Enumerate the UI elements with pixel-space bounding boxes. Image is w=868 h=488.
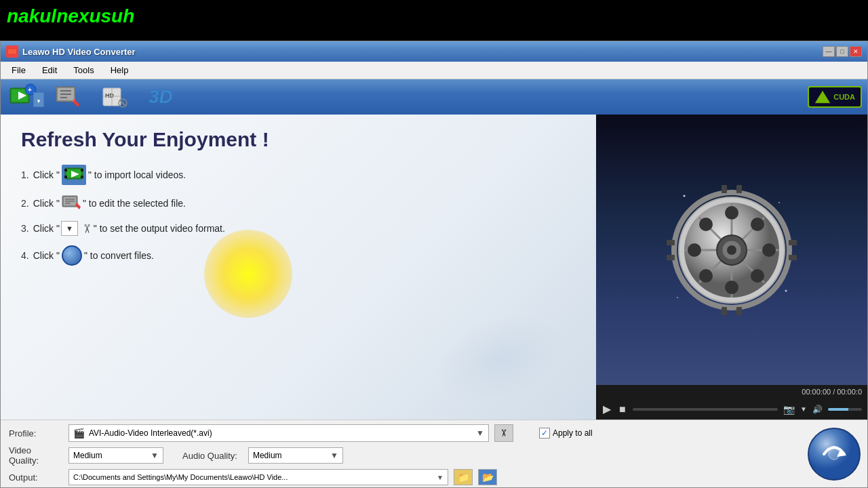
svg-point-53 — [751, 218, 764, 231]
step-1-prefix: Click " — [33, 169, 60, 180]
format-button[interactable]: HD — [98, 80, 132, 114]
step-4: 4. Click " " to convert files. — [21, 245, 576, 266]
left-panel: Refresh Your Enjoyment ! 1. Click " — [1, 115, 596, 420]
volume-slider[interactable] — [828, 408, 862, 411]
video-preview-area — [596, 115, 867, 385]
scissors-edit-icon: ✂ — [498, 429, 509, 437]
output-label: Output: — [9, 472, 63, 483]
step-2-icon — [62, 195, 81, 211]
maximize-button[interactable]: □ — [836, 46, 848, 57]
video-quality-label: Video Quality: — [9, 445, 63, 466]
output-path-value: C:\Documents and Settings\My\My Document… — [73, 473, 288, 481]
quality-row: Video Quality: Medium ▼ Audio Quality: M… — [9, 445, 859, 466]
audio-quality-dropdown[interactable]: Medium ▼ — [248, 447, 343, 464]
svg-rect-62 — [789, 255, 797, 260]
content-area: Refresh Your Enjoyment ! 1. Click " — [1, 115, 867, 420]
screenshot-icon[interactable]: 📷 — [783, 404, 795, 415]
bottom-bar: Profile: 🎬 AVI-Audio-Video Interleaved(*… — [1, 420, 867, 487]
app-window: Leawo HD Video Converter — □ ✕ File Edit… — [0, 41, 868, 488]
step-4-suffix: " to convert files. — [84, 250, 154, 261]
window-title: Leawo HD Video Converter — [22, 47, 823, 57]
play-button[interactable]: ▶ — [601, 401, 612, 417]
stop-button[interactable]: ■ — [618, 402, 627, 417]
volume-icon: 🔊 — [812, 405, 823, 414]
add-video-button[interactable]: + ▼ — [6, 80, 40, 114]
profile-row: Profile: 🎬 AVI-Audio-Video Interleaved(*… — [9, 424, 859, 442]
window-controls: — □ ✕ — [823, 46, 862, 57]
menu-edit[interactable]: Edit — [34, 64, 65, 77]
step-1-suffix: " to import local videos. — [88, 169, 186, 180]
step-3-number: 3. — [21, 223, 29, 234]
svg-point-46 — [727, 245, 736, 255]
step-1: 1. Click " " to import local videos. — [21, 165, 576, 185]
menu-help[interactable]: Help — [102, 64, 137, 77]
svg-point-64 — [778, 202, 780, 203]
minimize-button[interactable]: — — [823, 46, 835, 57]
cuda-badge: CUDA — [808, 86, 862, 108]
svg-point-49 — [688, 243, 701, 257]
profile-dropdown-value: AVI-Audio-Video Interleaved(*.avi) — [89, 428, 212, 438]
profile-label: Profile: — [9, 428, 63, 439]
3d-button[interactable]: 3D — [144, 80, 185, 114]
apply-to-all-label: Apply to all — [553, 428, 593, 438]
menu-bar: File Edit Tools Help — [1, 62, 867, 79]
watermark-text: nakulnexusuh — [7, 5, 134, 27]
apply-to-all-checkbox[interactable]: ✓ — [539, 428, 550, 439]
apply-to-all-container: ✓ Apply to all — [539, 428, 593, 439]
video-quality-arrow: ▼ — [151, 451, 159, 460]
progress-bar[interactable] — [633, 408, 778, 411]
film-reel-graphic — [664, 182, 800, 318]
svg-rect-58 — [736, 307, 742, 315]
screenshot-dropdown[interactable]: ▼ — [800, 405, 807, 413]
close-button[interactable]: ✕ — [850, 46, 862, 57]
profile-dropdown-arrow: ▼ — [476, 428, 484, 438]
folder-icon: 📁 — [458, 472, 469, 483]
audio-quality-value: Medium — [253, 451, 282, 460]
step-3: 3. Click " ▼ ✂ " to set the output video… — [21, 221, 576, 236]
svg-point-47 — [725, 206, 738, 220]
svg-rect-57 — [722, 307, 727, 315]
output-path-field[interactable]: C:\Documents and Settings\My\My Document… — [68, 469, 448, 485]
edit-profile-button[interactable]: ✂ — [494, 424, 513, 442]
time-display: 00:00:00 / 00:00:0 — [802, 388, 862, 396]
scissors-icon: ✂ — [79, 224, 94, 234]
svg-rect-55 — [722, 185, 727, 193]
menu-file[interactable]: File — [3, 64, 34, 77]
svg-point-48 — [725, 281, 738, 294]
audio-quality-arrow: ▼ — [330, 451, 338, 460]
profile-dropdown[interactable]: 🎬 AVI-Audio-Video Interleaved(*.avi) ▼ — [68, 424, 489, 442]
video-quality-dropdown[interactable]: Medium ▼ — [68, 447, 163, 464]
step-1-icon — [62, 165, 86, 185]
video-quality-value: Medium — [73, 451, 102, 460]
edit-button[interactable] — [52, 80, 86, 114]
svg-rect-30 — [81, 176, 83, 178]
svg-text:HD: HD — [105, 92, 114, 99]
open-output-button[interactable]: 📂 — [478, 469, 497, 485]
svg-rect-28 — [64, 176, 67, 178]
controls-row: ▶ ■ 📷 ▼ 🔊 — [601, 401, 862, 417]
svg-point-63 — [684, 195, 686, 197]
step-2-prefix: Click " — [33, 198, 60, 209]
open-output-icon: 📂 — [482, 472, 494, 483]
svg-point-52 — [751, 269, 764, 283]
svg-rect-59 — [667, 240, 675, 245]
step-4-number: 4. — [21, 250, 29, 261]
menu-tools[interactable]: Tools — [65, 64, 102, 77]
step-1-number: 1. — [21, 169, 29, 180]
svg-rect-29 — [81, 169, 83, 171]
step-4-prefix: Click " — [33, 250, 60, 261]
convert-button[interactable] — [807, 427, 861, 481]
browse-folder-button[interactable]: 📁 — [454, 469, 473, 485]
step-2: 2. Click " " to edit the selected file. — [21, 195, 576, 211]
svg-point-69 — [829, 449, 840, 460]
main-heading: Refresh Your Enjoyment ! — [21, 128, 576, 151]
step-2-suffix: " to edit the selected file. — [83, 198, 186, 209]
step-2-number: 2. — [21, 198, 29, 209]
add-video-dropdown[interactable]: ▼ — [33, 92, 44, 107]
svg-rect-56 — [736, 185, 742, 193]
step-3-suffix: " to set the output video format. — [94, 223, 225, 234]
svg-marker-23 — [815, 91, 830, 103]
svg-point-66 — [677, 297, 678, 298]
output-row: Output: C:\Documents and Settings\My\My … — [9, 469, 859, 485]
video-preview-panel: 00:00:00 / 00:00:0 ▶ ■ 📷 ▼ 🔊 — [596, 115, 867, 420]
